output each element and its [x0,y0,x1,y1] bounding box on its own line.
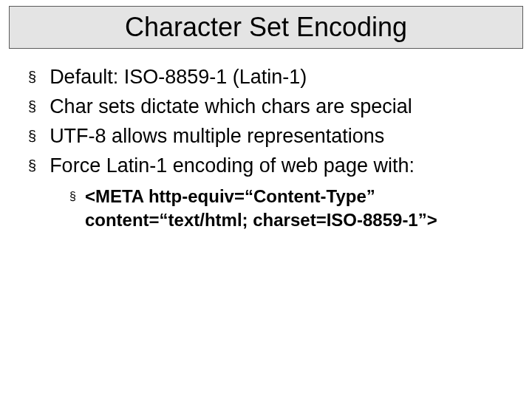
slide-title: Character Set Encoding [125,12,407,43]
sub-bullet-text: <META http-equiv=“Content-Type” content=… [85,185,510,232]
list-item: § Char sets dictate which chars are spec… [28,93,510,120]
sub-bullet-list: § <META http-equiv=“Content-Type” conten… [69,185,510,232]
list-item: § UTF-8 allows multiple representations [28,123,510,149]
bullet-text: Default: ISO-8859-1 (Latin-1) [50,64,307,90]
bullet-marker-icon: § [28,93,36,120]
bullet-text: UTF-8 allows multiple representations [50,123,384,149]
list-item: § Force Latin-1 encoding of web page wit… [28,152,510,179]
bullet-marker-icon: § [28,64,36,90]
list-item: § <META http-equiv=“Content-Type” conten… [69,185,510,232]
bullet-marker-icon: § [28,152,36,179]
slide: Character Set Encoding § Default: ISO-88… [0,0,532,399]
slide-content: § Default: ISO-8859-1 (Latin-1) § Char s… [28,64,510,232]
bullet-list: § Default: ISO-8859-1 (Latin-1) § Char s… [28,64,510,179]
bullet-text: Force Latin-1 encoding of web page with: [50,152,415,179]
bullet-marker-icon: § [69,185,76,208]
title-box: Character Set Encoding [9,6,523,49]
bullet-text: Char sets dictate which chars are specia… [50,93,412,120]
bullet-marker-icon: § [28,123,36,149]
list-item: § Default: ISO-8859-1 (Latin-1) [28,64,510,90]
